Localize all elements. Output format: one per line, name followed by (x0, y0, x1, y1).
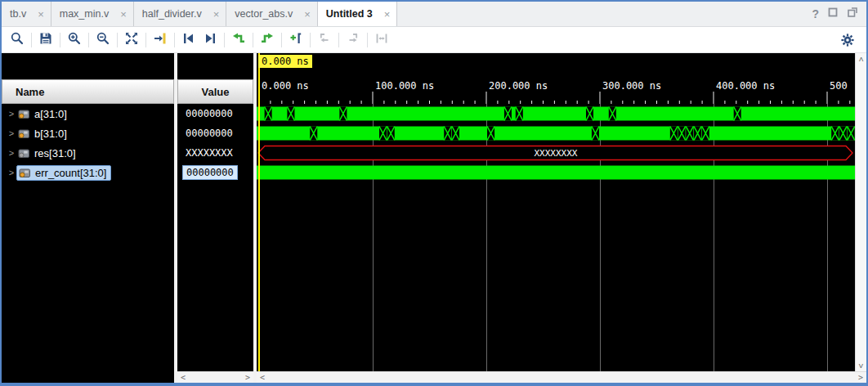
save-waveform-button[interactable] (35, 30, 56, 50)
tab-close-icon[interactable]: × (384, 9, 391, 20)
name-panel-filler (2, 182, 174, 383)
time-cursor-line[interactable] (258, 53, 260, 371)
scroll-left-icon[interactable]: < (257, 372, 268, 383)
save-waveform-icon (38, 31, 53, 49)
signal-value-row[interactable]: 00000000 (177, 123, 253, 143)
signal-value-row[interactable]: 00000000 (177, 104, 253, 123)
previous-transition-icon (231, 31, 246, 49)
tab-label: tb.v (10, 8, 26, 20)
tab-vector-abs-v[interactable]: vector_abs.v× (226, 2, 317, 26)
wave-err_count310[interactable] (257, 163, 855, 182)
next-transition-button[interactable] (257, 30, 278, 50)
toolbar-separator (338, 33, 339, 47)
tab-close-icon[interactable]: × (213, 9, 220, 20)
value-panel-filler (177, 182, 253, 371)
wave-main: Name >a[31:0]>b[31:0]>res[31:0]>err_coun… (2, 53, 866, 383)
toolbar-separator (31, 33, 32, 47)
maximize-window-icon[interactable] (847, 7, 858, 21)
value-column-header[interactable]: Value (177, 79, 253, 104)
selected-signal-highlight: err_count[31:0] (16, 165, 111, 181)
scroll-right-icon[interactable]: > (242, 372, 253, 383)
scroll-right-icon[interactable]: > (855, 372, 866, 383)
expand-icon[interactable]: > (7, 109, 16, 119)
tab-close-icon[interactable]: × (38, 9, 44, 20)
zoom-in-button[interactable] (64, 30, 85, 50)
tab-tb-v[interactable]: tb.v× (2, 2, 51, 26)
expand-icon[interactable]: > (7, 128, 16, 138)
tab-half-divider-v[interactable]: half_divider.v× (134, 2, 227, 26)
add-marker-icon (289, 31, 303, 49)
tab-untitled-3[interactable]: Untitled 3× (318, 2, 398, 26)
ruler-label: 300.000 ns (602, 80, 661, 92)
settings-button[interactable] (837, 30, 858, 50)
signal-row-res310[interactable]: >res[31:0] (2, 143, 174, 163)
scroll-down-icon[interactable]: > (858, 360, 863, 371)
swap-cursors-button[interactable] (371, 30, 392, 50)
zoom-out-button[interactable] (92, 30, 114, 50)
add-marker-button[interactable] (285, 30, 306, 50)
value-horizontal-scrollbar[interactable]: < > (177, 371, 253, 383)
signal-value-row[interactable]: 00000000 (177, 163, 253, 182)
scroll-left-icon[interactable]: < (177, 372, 189, 383)
signal-value-row[interactable]: XXXXXXXX (177, 143, 253, 163)
tab-max-min-v[interactable]: max_min.v× (51, 2, 134, 26)
ruler-label: 200.000 ns (489, 80, 548, 92)
previous-transition-button[interactable] (228, 30, 249, 50)
wave-svg: XXXXXXXX (257, 143, 855, 163)
bus-signal-icon (19, 168, 31, 178)
wave-svg (257, 163, 855, 182)
tab-label: vector_abs.v (235, 8, 293, 20)
svg-text:XXXXXXXX: XXXXXXXX (535, 148, 578, 159)
signal-row-err_count310[interactable]: >err_count[31:0] (2, 163, 174, 182)
wave-svg (257, 123, 855, 143)
next-marker-button[interactable] (342, 30, 364, 50)
zoom-fit-icon (124, 31, 139, 49)
tab-label: half_divider.v (142, 8, 202, 20)
float-window-icon[interactable] (827, 7, 839, 21)
tab-close-icon[interactable]: × (304, 9, 311, 20)
zoom-to-cursor-button[interactable] (150, 30, 171, 50)
tab-label: Untitled 3 (326, 8, 373, 20)
name-column-header[interactable]: Name (2, 79, 174, 104)
find-icon (10, 31, 25, 49)
signal-row-a310[interactable]: >a[31:0] (2, 104, 174, 123)
find-button[interactable] (7, 30, 28, 50)
cursor-time-badge: 0.000 ns (258, 55, 312, 68)
toolbar-separator (281, 33, 282, 47)
signal-label-wrap: res[31:0] (16, 146, 80, 160)
bus-signal-icon (18, 148, 30, 159)
signal-name-panel: Name >a[31:0]>b[31:0]>res[31:0]>err_coun… (2, 53, 174, 383)
go-to-time-0-button[interactable] (178, 30, 199, 50)
time-ruler[interactable]: 0.000 ns100.000 ns200.000 ns300.000 ns40… (257, 79, 855, 104)
expand-icon[interactable]: > (7, 168, 16, 177)
wave-res310[interactable]: XXXXXXXX (257, 143, 855, 163)
wave-horizontal-scrollbar[interactable]: < > (257, 371, 866, 383)
next-transition-icon (260, 31, 275, 49)
scroll-up-icon[interactable]: > (858, 53, 863, 65)
signal-name: err_count[31:0] (35, 167, 106, 179)
value-header-label: Value (202, 86, 230, 98)
ruler-label: 100.000 ns (375, 80, 434, 92)
tab-close-icon[interactable]: × (120, 9, 127, 20)
wave-vertical-scrollbar[interactable]: > > (855, 53, 866, 371)
wave-a310[interactable] (257, 104, 855, 123)
name-panel-top-band (2, 53, 174, 79)
signal-value: XXXXXXXX (182, 146, 236, 159)
go-to-time-0-icon (181, 31, 196, 49)
waveform-canvas[interactable]: 0.000 ns 0.000 ns100.000 ns200.000 ns300… (257, 53, 855, 371)
value-panel-top-band (177, 53, 253, 79)
bus-signal-icon (18, 128, 30, 139)
go-to-last-time-button[interactable] (199, 30, 221, 50)
previous-marker-button[interactable] (314, 30, 335, 50)
toolbar-separator (60, 33, 60, 47)
wave-b310[interactable] (257, 123, 855, 143)
toolbar-separator (117, 33, 118, 47)
toolbar-separator (224, 33, 225, 47)
signal-row-b310[interactable]: >b[31:0] (2, 123, 174, 143)
expand-icon[interactable]: > (7, 148, 16, 158)
toolbar-separator (88, 33, 89, 47)
signal-name: b[31:0] (34, 128, 67, 140)
signal-name: a[31:0] (34, 108, 67, 120)
help-icon[interactable]: ? (812, 7, 819, 20)
zoom-fit-button[interactable] (121, 30, 142, 50)
